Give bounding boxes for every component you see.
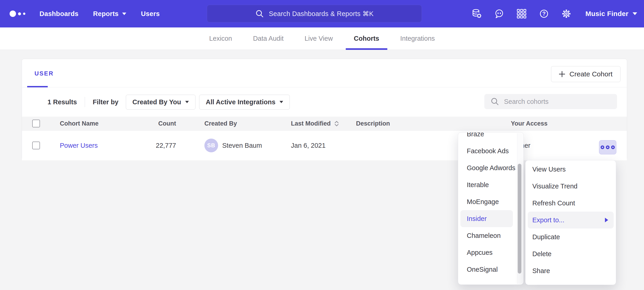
gear-icon — [561, 9, 572, 19]
last-modified-cell: Jan 6, 2021 — [291, 142, 326, 149]
global-search-input[interactable]: Search Dashboards & Reports ⌘K — [207, 5, 422, 22]
cohort-search-input[interactable]: Search cohorts — [484, 94, 617, 109]
table-header: Cohort Name Count Created By Last Modifi… — [22, 117, 627, 130]
export-option-onesignal[interactable]: OneSignal — [458, 261, 524, 278]
created-by-filter-label: Created By You — [132, 98, 181, 106]
menu-delete[interactable]: Delete — [526, 245, 616, 262]
export-option-chameleon[interactable]: Chameleon — [458, 227, 524, 244]
export-option-iterable[interactable]: Iterable — [458, 176, 524, 193]
export-option-braze[interactable]: Braze — [458, 132, 524, 142]
help-icon: ? — [539, 9, 549, 19]
header-count: Count — [120, 120, 176, 127]
cohort-search-placeholder: Search cohorts — [504, 98, 548, 105]
tab-data-audit[interactable]: Data Audit — [253, 28, 284, 50]
help-button[interactable]: ? — [539, 9, 549, 19]
export-option-appcues[interactable]: Appcues — [458, 244, 524, 261]
header-cohort-name: Cohort Name — [60, 120, 99, 127]
header-description: Description — [356, 120, 390, 127]
grid-icon — [516, 9, 527, 19]
logo-dot-medium — [18, 12, 21, 15]
last-modified-value: Jan 6, 2021 — [291, 142, 326, 149]
feedback-button[interactable] — [494, 9, 504, 19]
submenu-scrollbar-track[interactable] — [517, 133, 523, 284]
tab-live-view[interactable]: Live View — [305, 28, 333, 50]
workspace-menu[interactable]: Music Finder — [585, 10, 637, 18]
nav-users[interactable]: Users — [141, 10, 160, 18]
created-by-name: Steven Baum — [222, 142, 262, 149]
tab-integrations[interactable]: Integrations — [400, 28, 435, 50]
nav-links: Dashboards Reports Users — [40, 10, 174, 18]
export-option-insider[interactable]: Insider — [460, 210, 513, 227]
feedback-bubble-icon — [494, 9, 504, 19]
menu-visualize-trend[interactable]: Visualize Trend — [526, 178, 616, 195]
menu-export-to-label: Export to... — [532, 216, 564, 224]
nav-dashboards[interactable]: Dashboards — [40, 10, 78, 18]
submenu-arrow-icon — [605, 218, 608, 222]
more-dot-icon — [611, 146, 615, 149]
active-tab-underline — [346, 48, 387, 50]
filter-by-label: Filter by — [93, 98, 118, 106]
chevron-down-icon — [632, 12, 637, 15]
export-submenu-list: Braze Facebook Ads Google Adwords Iterab… — [458, 132, 524, 278]
more-dot-icon — [600, 146, 604, 149]
select-all-checkbox[interactable] — [32, 120, 40, 127]
plus-icon — [559, 71, 565, 77]
apps-grid-button[interactable] — [516, 9, 527, 19]
create-cohort-label: Create Cohort — [570, 70, 612, 78]
divider — [85, 97, 85, 107]
nav-reports-label: Reports — [93, 10, 119, 18]
chevron-down-icon — [280, 101, 283, 103]
sort-icon — [334, 120, 339, 127]
search-icon — [490, 97, 500, 106]
table-row: Power Users 22,777 SB Steven Baum Jan 6,… — [22, 130, 627, 160]
cohort-name-link[interactable]: Power Users — [60, 142, 98, 149]
header-last-modified-label: Last Modified — [291, 120, 331, 127]
export-option-moengage[interactable]: MoEngage — [458, 193, 524, 210]
chevron-down-icon — [185, 101, 189, 103]
header-last-modified[interactable]: Last Modified — [291, 120, 339, 127]
cohort-count: 22,777 — [120, 142, 176, 149]
global-search-placeholder: Search Dashboards & Reports ⌘K — [269, 10, 374, 18]
export-option-google-adwords[interactable]: Google Adwords — [458, 160, 524, 176]
menu-share[interactable]: Share — [526, 262, 616, 279]
menu-duplicate[interactable]: Duplicate — [526, 228, 616, 245]
row-context-menu: View Users Visualize Trend Refresh Count… — [525, 160, 616, 285]
created-by-cell: SB Steven Baum — [204, 138, 262, 152]
menu-export-to[interactable]: Export to... — [528, 212, 614, 228]
mixpanel-logo[interactable] — [10, 11, 25, 17]
integrations-filter-label: All Active Integrations — [206, 98, 276, 106]
header-created-by: Created By — [204, 120, 237, 127]
chevron-down-icon — [122, 13, 126, 15]
user-type-tab[interactable]: USER — [34, 70, 54, 77]
data-management-button[interactable] — [472, 9, 482, 19]
menu-refresh-count[interactable]: Refresh Count — [526, 195, 616, 212]
tab-cohorts-label: Cohorts — [354, 35, 379, 42]
filter-bar: 1 Results Filter by Created By You All A… — [22, 87, 627, 117]
created-by-filter[interactable]: Created By You — [126, 95, 196, 109]
submenu-scrollbar-thumb[interactable] — [518, 164, 521, 273]
search-icon — [255, 9, 264, 18]
header-your-access: Your Access — [511, 120, 548, 127]
logo-dot-small — [23, 13, 25, 15]
cohorts-card: USER Create Cohort 1 Results Filter by C… — [22, 59, 627, 160]
database-gear-icon — [472, 9, 482, 19]
menu-view-users[interactable]: View Users — [526, 161, 616, 178]
settings-button[interactable] — [561, 9, 572, 19]
workspace-name: Music Finder — [585, 10, 628, 18]
more-dot-icon — [606, 146, 610, 149]
avatar: SB — [204, 138, 218, 152]
top-nav: Dashboards Reports Users Search Dashboar… — [0, 0, 644, 28]
row-checkbox[interactable] — [32, 141, 40, 149]
integrations-filter[interactable]: All Active Integrations — [199, 95, 290, 109]
nav-right-cluster: ? Music Finder — [472, 0, 637, 28]
nav-reports[interactable]: Reports — [93, 10, 126, 18]
tab-cohorts[interactable]: Cohorts — [354, 28, 379, 50]
row-more-button[interactable] — [599, 140, 616, 154]
section-tabs: Lexicon Data Audit Live View Cohorts Int… — [0, 28, 644, 50]
card-tab-bar: USER Create Cohort — [22, 59, 627, 87]
create-cohort-button[interactable]: Create Cohort — [551, 66, 620, 82]
export-option-facebook-ads[interactable]: Facebook Ads — [458, 142, 524, 160]
tab-lexicon[interactable]: Lexicon — [209, 28, 232, 50]
export-submenu: Braze Facebook Ads Google Adwords Iterab… — [458, 132, 524, 285]
results-count: 1 Results — [48, 98, 77, 106]
